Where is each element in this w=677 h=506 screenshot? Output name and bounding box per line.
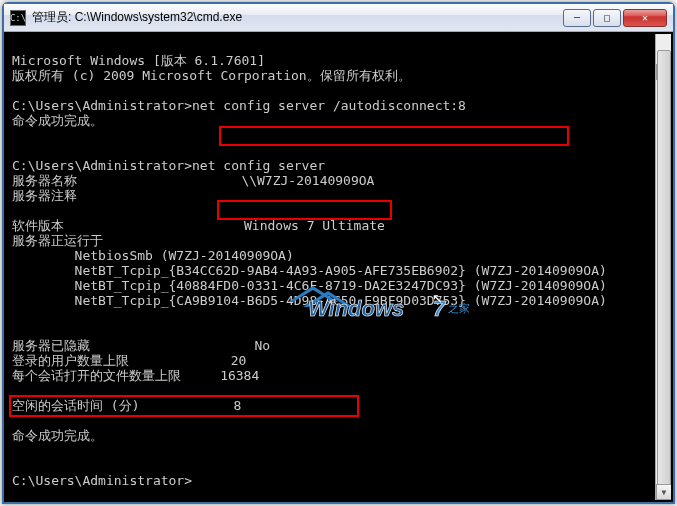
server-name-label: 服务器名称 (12, 173, 77, 188)
prompt-1: C:\Users\Administrator> (12, 98, 192, 113)
version-line: Microsoft Windows [版本 6.1.7601] (12, 53, 265, 68)
maximize-button[interactable]: □ (593, 9, 621, 27)
vertical-scrollbar[interactable]: ▲ ▼ (655, 34, 671, 500)
software-version-value: Windows 7 Ultimate (244, 218, 385, 233)
netbios-line-1: NetbiosSmb (W7ZJ-20140909OA) (12, 248, 294, 263)
window-title: 管理员: C:\Windows\system32\cmd.exe (32, 9, 561, 26)
prompt-3: C:\Users\Administrator> (12, 473, 192, 488)
titlebar[interactable]: C:\ 管理员: C:\Windows\system32\cmd.exe ─ □… (4, 4, 673, 32)
cmd-1: net config server /autodisconnect:8 (192, 98, 466, 113)
scroll-down-button[interactable]: ▼ (656, 484, 671, 500)
max-files-label: 每个会话打开的文件数量上限 (12, 368, 181, 383)
server-active-label: 服务器正运行于 (12, 233, 103, 248)
cmd-2: net config server (192, 158, 325, 173)
highlight-box-1 (219, 126, 569, 146)
netbios-line-2: NetBT_Tcpip_{B34CC62D-9AB4-4A93-A905-AFE… (12, 263, 607, 278)
hidden-value: No (254, 338, 270, 353)
app-icon: C:\ (10, 10, 26, 26)
netbios-line-4: NetBT_Tcpip_{CA9B9104-B6D5-4D98-AC50-E9B… (12, 293, 607, 308)
cmd-window: C:\ 管理员: C:\Windows\system32\cmd.exe ─ □… (2, 2, 675, 504)
result-1: 命令成功完成。 (12, 113, 103, 128)
netbios-line-3: NetBT_Tcpip_{40884FD0-0331-4C6F-8719-DA2… (12, 278, 607, 293)
minimize-button[interactable]: ─ (563, 9, 591, 27)
window-controls: ─ □ ✕ (561, 9, 667, 27)
close-button[interactable]: ✕ (623, 9, 667, 27)
copyright-line: 版权所有 (c) 2009 Microsoft Corporation。保留所有… (12, 68, 411, 83)
server-name-value: \\W7ZJ-20140909OA (241, 173, 374, 188)
idle-time-label: 空闲的会话时间 (分) (12, 398, 139, 413)
scroll-thumb[interactable] (657, 50, 671, 490)
max-users-value: 20 (231, 353, 247, 368)
hidden-label: 服务器已隐藏 (12, 338, 90, 353)
terminal-area[interactable]: Microsoft Windows [版本 6.1.7601] 版权所有 (c)… (6, 34, 671, 500)
result-2: 命令成功完成。 (12, 428, 103, 443)
software-version-label: 软件版本 (12, 218, 64, 233)
highlight-box-2 (217, 200, 392, 220)
max-users-label: 登录的用户数量上限 (12, 353, 129, 368)
idle-time-value: 8 (233, 398, 241, 413)
prompt-2: C:\Users\Administrator> (12, 158, 192, 173)
server-comment-label: 服务器注释 (12, 188, 77, 203)
max-files-value: 16384 (220, 368, 259, 383)
